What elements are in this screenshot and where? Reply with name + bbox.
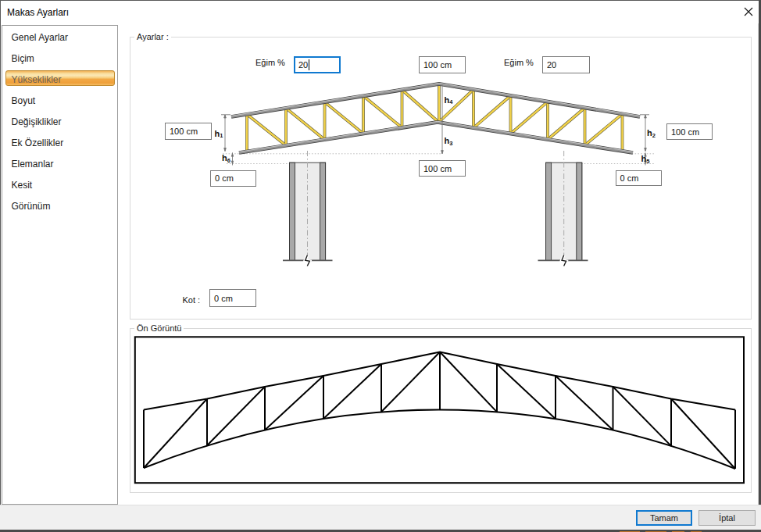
svg-text:h5: h5 (641, 154, 650, 165)
svg-text:h1: h1 (215, 129, 223, 140)
svg-text:h4: h4 (445, 95, 454, 106)
svg-text:h3: h3 (445, 136, 453, 147)
svg-text:h6: h6 (222, 153, 230, 164)
svg-text:h2: h2 (647, 128, 656, 139)
